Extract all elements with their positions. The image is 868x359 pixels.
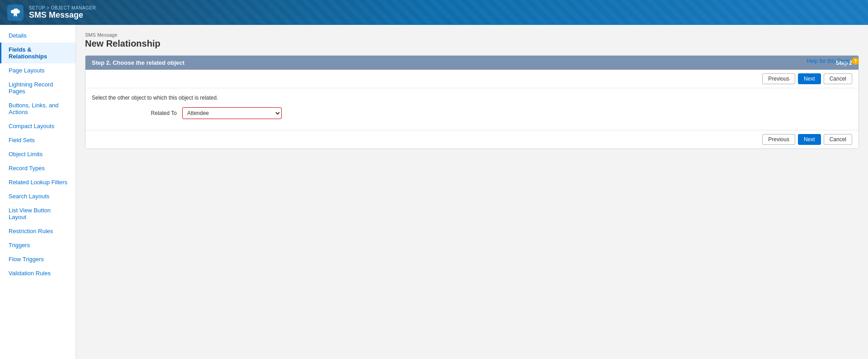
- related-to-row: Related To Attendee Account Contact Lead…: [92, 107, 852, 119]
- app-body: Details Fields & Relationships Page Layo…: [0, 25, 868, 359]
- sidebar-item-field-sets[interactable]: Field Sets: [0, 133, 75, 147]
- header-title-area: SETUP > OBJECT MANAGER SMS Message: [29, 5, 96, 20]
- previous-button-top[interactable]: Previous: [762, 73, 795, 84]
- top-button-row: Previous Next Cancel: [85, 70, 859, 88]
- sidebar-item-details[interactable]: Details: [0, 29, 75, 43]
- sidebar: Details Fields & Relationships Page Layo…: [0, 25, 76, 359]
- sidebar-item-page-layouts[interactable]: Page Layouts: [0, 63, 75, 77]
- sidebar-item-list-view-button-layout[interactable]: List View Button Layout: [0, 203, 75, 224]
- bottom-button-row: Previous Next Cancel: [85, 130, 859, 148]
- page-subtitle: SMS Message: [85, 32, 859, 38]
- sidebar-item-object-limits[interactable]: Object Limits: [0, 147, 75, 161]
- step-header: Step 2. Choose the related object Step 2: [85, 56, 859, 70]
- related-to-dropdown[interactable]: Attendee Account Contact Lead Opportunit…: [182, 107, 282, 119]
- sidebar-item-flow-triggers[interactable]: Flow Triggers: [0, 252, 75, 266]
- step-header-label: Step 2. Choose the related object: [92, 59, 184, 66]
- next-button-bottom[interactable]: Next: [798, 134, 821, 145]
- app-header: SETUP > OBJECT MANAGER SMS Message: [0, 0, 868, 25]
- sidebar-item-related-lookup-filters[interactable]: Related Lookup Filters: [0, 175, 75, 189]
- previous-button-bottom[interactable]: Previous: [762, 134, 795, 145]
- sidebar-item-buttons-links-actions[interactable]: Buttons, Links, and Actions: [0, 98, 75, 119]
- step-description: Select the other object to which this ob…: [92, 95, 852, 101]
- cancel-button-bottom[interactable]: Cancel: [824, 134, 852, 145]
- sidebar-item-search-layouts[interactable]: Search Layouts: [0, 189, 75, 203]
- sidebar-item-record-types[interactable]: Record Types: [0, 161, 75, 175]
- sidebar-item-fields-relationships[interactable]: Fields & Relationships: [0, 43, 75, 63]
- step-body: Select the other object to which this ob…: [85, 88, 859, 130]
- related-to-label: Related To: [92, 110, 182, 116]
- app-logo: [7, 5, 24, 21]
- next-button-top[interactable]: Next: [798, 73, 821, 84]
- sidebar-item-triggers[interactable]: Triggers: [0, 238, 75, 252]
- cancel-button-top[interactable]: Cancel: [824, 73, 852, 84]
- header-title: SMS Message: [29, 10, 96, 20]
- sidebar-item-validation-rules[interactable]: Validation Rules: [0, 266, 75, 280]
- help-icon: ?: [852, 57, 859, 65]
- main-content: Help for this Page ? SMS Message New Rel…: [76, 25, 868, 359]
- page-title: New Relationship: [85, 38, 859, 49]
- sidebar-item-restriction-rules[interactable]: Restriction Rules: [0, 224, 75, 238]
- help-link[interactable]: Help for this Page ?: [807, 57, 859, 65]
- sidebar-item-compact-layouts[interactable]: Compact Layouts: [0, 119, 75, 133]
- sidebar-item-lightning-record-pages[interactable]: Lightning Record Pages: [0, 77, 75, 98]
- help-label: Help for this Page: [807, 58, 850, 64]
- step-box: Step 2. Choose the related object Step 2…: [85, 55, 859, 149]
- header-breadcrumb: SETUP > OBJECT MANAGER: [29, 5, 96, 10]
